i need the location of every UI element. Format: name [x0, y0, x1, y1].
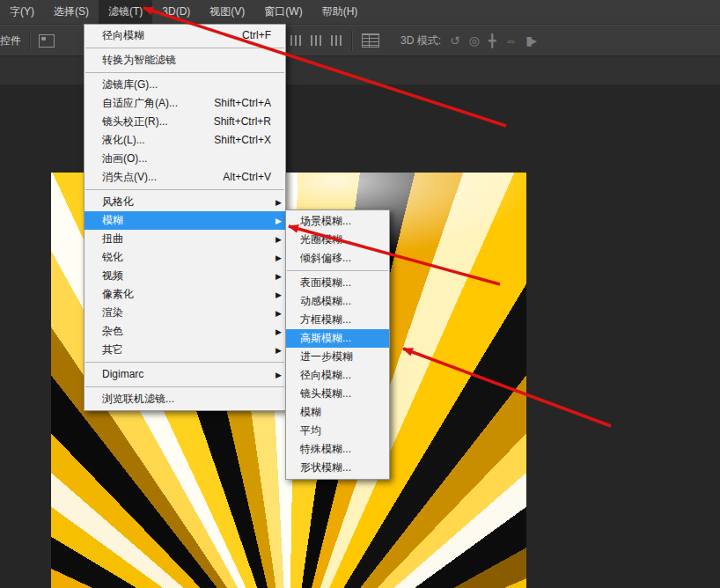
menu-item-label: 模糊 [102, 211, 271, 230]
menubar-item-select-menu[interactable]: 选择(S) [44, 0, 99, 24]
menu-item-lens-blur[interactable]: 镜头模糊... [286, 385, 389, 403]
menu-item-shortcut: Shift+Ctrl+A [214, 94, 271, 113]
arrange-panels-icon[interactable] [362, 33, 379, 48]
menu-item-liquify[interactable]: 液化(L)...Shift+Ctrl+X [84, 131, 285, 150]
menu-item-blur-plain[interactable]: 模糊 [286, 403, 389, 422]
menu-item-label: 特殊模糊... [300, 440, 380, 459]
menu-item-label: 径向模糊 [102, 26, 230, 45]
3d-mode-label: 3D 模式: [400, 33, 441, 48]
menu-item-motion-blur[interactable]: 动感模糊... [286, 292, 389, 311]
menu-item-blur[interactable]: 模糊▶ [84, 211, 285, 230]
menu-item-digimarc[interactable]: Digimarc▶ [84, 365, 285, 384]
menu-item-shortcut: Shift+Ctrl+R [214, 113, 271, 131]
3d-roll-icon[interactable]: ◎ [469, 34, 478, 47]
menu-item-label: 模糊 [300, 403, 380, 422]
menu-item-shape-blur[interactable]: 形状模糊... [286, 459, 389, 477]
menu-item-adaptive-wide-angle[interactable]: 自适应广角(A)...Shift+Ctrl+A [84, 94, 285, 113]
menu-item-vanishing-point[interactable]: 消失点(V)...Alt+Ctrl+V [84, 168, 285, 187]
menu-item-gaussian-blur[interactable]: 高斯模糊... [286, 329, 389, 348]
submenu-arrow-icon: ▶ [276, 211, 282, 230]
menu-separator [287, 270, 388, 271]
menu-item-label: 扭曲 [102, 230, 271, 248]
menubar-item-window-menu[interactable]: 窗口(W) [254, 0, 312, 24]
menu-item-label: 消失点(V)... [102, 168, 210, 187]
menu-item-lens-correction[interactable]: 镜头校正(R)...Shift+Ctrl+R [84, 113, 285, 131]
menu-item-iris-blur[interactable]: 光圈模糊... [286, 231, 389, 249]
menubar-item-view-menu[interactable]: 视图(V) [200, 0, 254, 24]
submenu-arrow-icon: ▶ [276, 304, 282, 322]
menu-item-distort[interactable]: 扭曲▶ [84, 230, 285, 248]
menu-item-label: 转换为智能滤镜 [102, 51, 271, 70]
menu-item-label: 浏览联机滤镜... [102, 390, 271, 408]
menu-item-filter-gallery[interactable]: 滤镜库(G)... [84, 76, 285, 94]
menu-item-label: 倾斜偏移... [300, 249, 380, 268]
3d-mode-icon-group: ↺◎╋⇔▮▸ [450, 34, 535, 47]
submenu-arrow-icon: ▶ [276, 193, 282, 211]
menu-item-surface-blur[interactable]: 表面模糊... [286, 274, 389, 292]
menubar-item-3d-menu[interactable]: 3D(D) [152, 0, 200, 24]
3d-drag-icon[interactable]: ╋ [489, 34, 494, 47]
menu-item-label: 像素化 [102, 285, 271, 304]
menu-item-convert-smart-filters[interactable]: 转换为智能滤镜 [84, 51, 285, 70]
menu-item-shortcut: Ctrl+F [242, 26, 271, 45]
menu-item-label: 风格化 [102, 193, 271, 211]
menu-item-noise[interactable]: 杂色▶ [84, 322, 285, 341]
menu-item-sharpen[interactable]: 锐化▶ [84, 248, 285, 267]
menu-item-label: 进一步模糊 [300, 348, 380, 366]
distribute-right-icon[interactable] [331, 35, 342, 46]
distribute-center-icon[interactable] [311, 35, 322, 46]
toolbar-divider [351, 31, 353, 50]
menu-item-other[interactable]: 其它▶ [84, 341, 285, 359]
menu-separator [85, 362, 284, 363]
menu-item-label: 形状模糊... [300, 459, 380, 477]
photoshop-window: 字(Y)选择(S)滤镜(T)3D(D)视图(V)窗口(W)帮助(H) 换控件 3… [0, 0, 720, 588]
submenu-arrow-icon: ▶ [276, 267, 282, 285]
menu-item-box-blur[interactable]: 方框模糊... [286, 311, 389, 329]
menu-item-label: 液化(L)... [102, 131, 202, 150]
menu-item-blur-more[interactable]: 进一步模糊 [286, 348, 389, 366]
menu-item-label: 镜头校正(R)... [102, 113, 202, 131]
3d-slide-icon[interactable]: ⇔ [504, 34, 515, 47]
menubar-item-help-menu[interactable]: 帮助(H) [312, 0, 368, 24]
3d-camera-icon[interactable]: ▮▸ [525, 34, 535, 47]
menu-item-label: 杂色 [102, 322, 271, 341]
menu-item-render[interactable]: 渲染▶ [84, 304, 285, 322]
submenu-arrow-icon: ▶ [276, 285, 282, 304]
menu-item-stylize[interactable]: 风格化▶ [84, 193, 285, 211]
panel-toggle-icon[interactable] [39, 34, 55, 48]
menu-item-oil-paint[interactable]: 油画(O)... [84, 150, 285, 168]
menu-item-label: 渲染 [102, 304, 271, 322]
menu-item-label: 光圈模糊... [300, 231, 380, 249]
menu-item-field-blur[interactable]: 场景模糊... [286, 212, 389, 231]
distribute-left-icon[interactable] [290, 35, 302, 46]
menu-item-label: 镜头模糊... [300, 385, 380, 403]
menu-item-label: 其它 [102, 341, 271, 359]
menu-item-shortcut: Shift+Ctrl+X [214, 131, 271, 150]
menu-item-pixelate[interactable]: 像素化▶ [84, 285, 285, 304]
menu-item-repeat-radial-blur[interactable]: 径向模糊Ctrl+F [84, 26, 285, 45]
menu-item-label: 方框模糊... [300, 311, 380, 329]
submenu-arrow-icon: ▶ [276, 341, 282, 359]
menu-item-label: Digimarc [102, 365, 271, 384]
menubar-item-type-menu[interactable]: 字(Y) [0, 0, 44, 24]
menu-item-smart-blur[interactable]: 特殊模糊... [286, 440, 389, 459]
blur-submenu: 场景模糊...光圈模糊...倾斜偏移...表面模糊...动感模糊...方框模糊.… [285, 209, 390, 480]
menu-item-label: 油画(O)... [102, 150, 271, 168]
3d-rotate-icon[interactable]: ↺ [450, 34, 459, 47]
menu-item-label: 表面模糊... [300, 274, 380, 292]
menu-bar: 字(Y)选择(S)滤镜(T)3D(D)视图(V)窗口(W)帮助(H) [0, 0, 720, 25]
toolbar-left-group: 换控件 [0, 26, 55, 55]
submenu-arrow-icon: ▶ [276, 365, 282, 384]
menu-separator [85, 72, 284, 73]
filter-dropdown-menu: 径向模糊Ctrl+F转换为智能滤镜滤镜库(G)...自适应广角(A)...Shi… [84, 24, 286, 411]
menu-item-radial-blur[interactable]: 径向模糊... [286, 366, 389, 385]
menu-item-tilt-shift[interactable]: 倾斜偏移... [286, 249, 389, 268]
menu-item-label: 动感模糊... [300, 292, 380, 311]
menu-item-browse-filters-online[interactable]: 浏览联机滤镜... [84, 390, 285, 408]
menu-separator [85, 48, 284, 48]
menu-separator [85, 189, 284, 190]
menu-item-average[interactable]: 平均 [286, 422, 389, 440]
menu-item-video[interactable]: 视频▶ [84, 267, 285, 285]
menubar-item-filter-menu[interactable]: 滤镜(T) [99, 0, 152, 24]
menu-item-label: 场景模糊... [300, 212, 380, 231]
